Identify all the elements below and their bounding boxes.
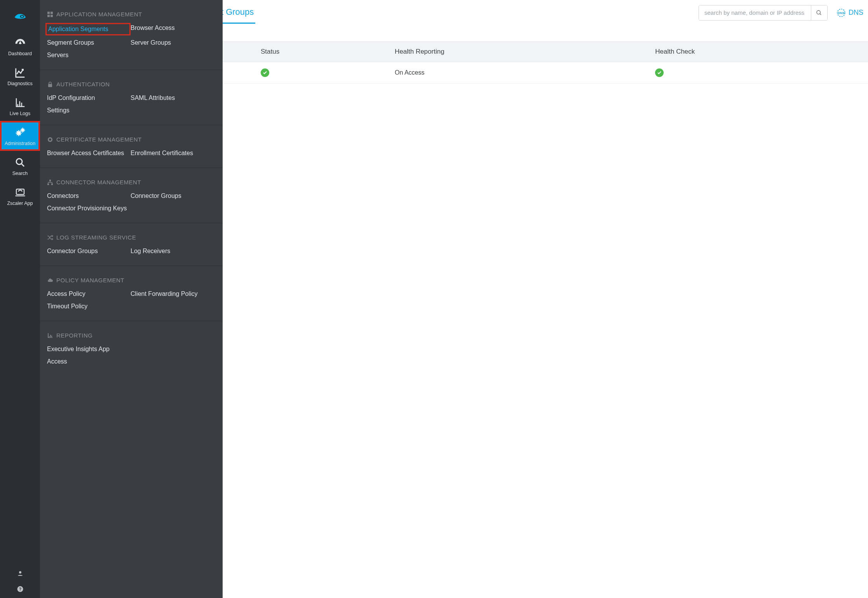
nav-administration-label: Administration: [5, 141, 35, 146]
flyout-heading-text: POLICY MANAGEMENT: [56, 277, 124, 283]
svg-rect-12: [51, 15, 53, 17]
nav-live-logs-label: Live Logs: [10, 111, 31, 116]
svg-rect-17: [47, 184, 49, 185]
page-tabs: Segment Groups: [223, 2, 255, 24]
col-health-check[interactable]: Health Check: [648, 42, 868, 62]
flyout-link-idp-configuration[interactable]: IdP Configuration: [47, 93, 131, 103]
search-input[interactable]: [699, 5, 811, 20]
dns-label: DNS: [849, 9, 863, 17]
healthcheck-ok-icon: [655, 68, 664, 77]
flyout-link-server-groups[interactable]: Server Groups: [131, 38, 216, 48]
flyout-link-client-forwarding-policy[interactable]: Client Forwarding Policy: [131, 289, 216, 299]
flyout-heading: CERTIFICATE MANAGEMENT: [47, 136, 216, 143]
flyout-link-application-segments[interactable]: Application Segments: [45, 23, 131, 35]
nav-live-logs[interactable]: Live Logs: [0, 91, 40, 121]
left-nav-rail: Dashboard Diagnostics Live Logs Administ…: [0, 0, 40, 598]
shuffle-icon: [47, 234, 53, 241]
user-icon[interactable]: [17, 570, 24, 579]
lock-icon: [47, 81, 53, 87]
table-row[interactable]: On Access: [223, 62, 868, 84]
nav-zscaler-app[interactable]: Zscaler App: [0, 181, 40, 211]
search-button[interactable]: [811, 5, 827, 20]
svg-point-15: [49, 138, 51, 141]
svg-point-6: [19, 571, 21, 574]
line-chart-icon: [14, 67, 26, 79]
laptop-icon: [14, 187, 26, 198]
nav-zscaler-app-label: Zscaler App: [7, 201, 33, 206]
flyout-link-connectors[interactable]: Connectors: [47, 191, 131, 201]
administration-flyout: APPLICATION MANAGEMENT Application Segme…: [40, 0, 223, 598]
nav-dashboard-label: Dashboard: [8, 51, 32, 56]
col-status[interactable]: Status: [254, 42, 388, 62]
flyout-link-connector-groups[interactable]: Connector Groups: [131, 191, 216, 201]
flyout-heading: CONNECTOR MANAGEMENT: [47, 179, 216, 185]
dns-toggle[interactable]: DNS DNS: [836, 8, 863, 18]
flyout-heading-text: CERTIFICATE MANAGEMENT: [56, 136, 142, 143]
flyout-section-log-streaming: LOG STREAMING SERVICE Connector Groups L…: [40, 223, 223, 266]
grid-icon: [47, 11, 53, 17]
svg-rect-18: [51, 184, 53, 185]
flyout-section-certificates: CERTIFICATE MANAGEMENT Browser Access Ce…: [40, 125, 223, 168]
flyout-heading-text: CONNECTOR MANAGEMENT: [56, 179, 141, 185]
topbar-right: DNS DNS: [699, 5, 865, 21]
flyout-link-connector-provisioning-keys[interactable]: Connector Provisioning Keys: [47, 203, 131, 213]
flyout-heading-text: REPORTING: [56, 332, 92, 339]
svg-rect-16: [49, 180, 51, 181]
chart-icon: [47, 332, 53, 339]
nav-diagnostics-label: Diagnostics: [7, 81, 33, 86]
flyout-link-reporting-access[interactable]: Access: [47, 357, 131, 367]
seal-icon: [47, 136, 53, 143]
table-header-row: Status Health Reporting Health Check: [223, 42, 868, 62]
cell-health-reporting: On Access: [388, 62, 648, 84]
svg-rect-11: [47, 15, 50, 17]
flyout-section-app-management: APPLICATION MANAGEMENT Application Segme…: [40, 0, 223, 70]
bar-chart-icon: [14, 97, 26, 108]
help-icon[interactable]: ?: [17, 586, 24, 594]
svg-rect-9: [47, 12, 50, 14]
svg-text:DNS: DNS: [838, 11, 845, 15]
flyout-section-authentication: AUTHENTICATION IdP Configuration SAML At…: [40, 70, 223, 125]
col-health-reporting[interactable]: Health Reporting: [388, 42, 648, 62]
col-name: [223, 42, 254, 62]
cell-name: [223, 62, 254, 84]
status-ok-icon: [261, 68, 269, 77]
nav-search-label: Search: [12, 171, 28, 176]
magnifier-icon: [14, 157, 26, 168]
svg-text:?: ?: [19, 587, 21, 591]
sitemap-icon: [47, 179, 53, 185]
flyout-link-ba-certificates[interactable]: Browser Access Certificates: [47, 148, 131, 158]
flyout-section-reporting: REPORTING Executive Insights App Access: [40, 321, 223, 376]
svg-rect-10: [51, 12, 53, 14]
flyout-heading: APPLICATION MANAGEMENT: [47, 11, 216, 17]
search-icon: [816, 10, 822, 16]
flyout-heading-text: LOG STREAMING SERVICE: [56, 234, 136, 241]
search-box: [699, 5, 828, 21]
flyout-link-access-policy[interactable]: Access Policy: [47, 289, 131, 299]
flyout-heading: AUTHENTICATION: [47, 81, 216, 87]
brand-logo: [0, 0, 40, 31]
flyout-link-segment-groups[interactable]: Segment Groups: [47, 38, 131, 48]
svg-point-1: [21, 16, 23, 17]
flyout-link-executive-insights[interactable]: Executive Insights App: [47, 344, 131, 354]
nav-diagnostics[interactable]: Diagnostics: [0, 61, 40, 91]
flyout-heading: POLICY MANAGEMENT: [47, 277, 216, 283]
svg-rect-13: [48, 84, 52, 87]
flyout-link-servers[interactable]: Servers: [47, 50, 131, 60]
nav-dashboard[interactable]: Dashboard: [0, 31, 40, 61]
flyout-link-browser-access[interactable]: Browser Access: [131, 23, 216, 35]
flyout-link-log-receivers[interactable]: Log Receivers: [131, 246, 216, 256]
flyout-heading-text: APPLICATION MANAGEMENT: [56, 11, 142, 17]
flyout-link-enrollment-certificates[interactable]: Enrollment Certificates: [131, 148, 216, 158]
dns-icon: DNS: [836, 8, 846, 18]
cell-health-check: [648, 62, 868, 84]
zscaler-logo-icon: [13, 8, 28, 23]
flyout-link-saml-attributes[interactable]: SAML Attributes: [131, 93, 216, 103]
rail-bottom-icons: ?: [0, 570, 40, 598]
flyout-link-lss-connector-groups[interactable]: Connector Groups: [47, 246, 131, 256]
nav-search[interactable]: Search: [0, 151, 40, 181]
flyout-section-connectors: CONNECTOR MANAGEMENT Connectors Connecto…: [40, 168, 223, 223]
flyout-link-timeout-policy[interactable]: Timeout Policy: [47, 301, 131, 311]
nav-administration[interactable]: Administration: [0, 121, 40, 151]
flyout-link-auth-settings[interactable]: Settings: [47, 105, 131, 115]
svg-point-4: [16, 159, 22, 164]
